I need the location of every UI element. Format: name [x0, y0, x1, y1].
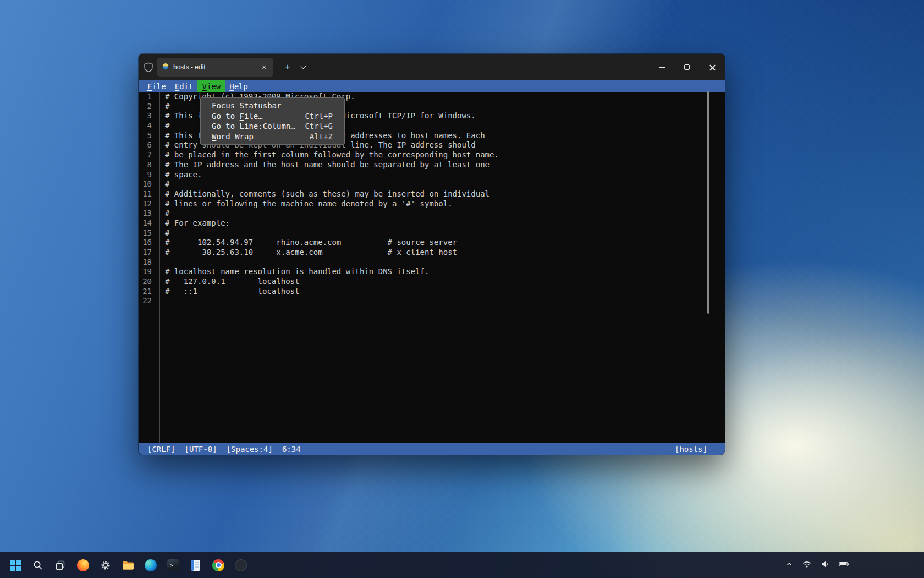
line-number: 5 — [139, 131, 152, 141]
view-menu-item[interactable]: Go to File… Ctrl+P — [201, 111, 344, 122]
firefox-icon — [77, 559, 89, 571]
battery-icon — [839, 560, 850, 569]
search-icon — [32, 560, 43, 571]
menu-item[interactable]: Help — [225, 80, 252, 92]
menu-shortcut: Ctrl+G — [305, 121, 333, 132]
editor-line: 9# space. — [139, 170, 725, 180]
line-number: 14 — [139, 219, 152, 228]
status-item[interactable]: [CRLF] — [147, 445, 175, 454]
tab-dropdown-button[interactable] — [296, 59, 310, 75]
file-explorer-button[interactable] — [119, 557, 137, 574]
editor-line: 13# — [139, 209, 725, 219]
taskbar — [0, 552, 924, 578]
line-text — [152, 296, 165, 306]
minimize-icon — [659, 67, 665, 68]
editor-line: 7# be placed in the first column followe… — [139, 150, 725, 160]
line-text: # Additionally, comments (such as these)… — [152, 189, 490, 199]
chevron-up-icon — [785, 560, 793, 568]
view-menu-item[interactable]: Word Wrap Alt+Z — [201, 132, 344, 142]
edge-button[interactable] — [142, 557, 160, 574]
tab-close-icon[interactable] — [259, 62, 269, 72]
window-titlebar: hosts - edit — [139, 54, 725, 80]
windows-logo-icon — [9, 559, 21, 571]
line-number: 15 — [139, 228, 152, 238]
line-text: # — [152, 209, 169, 219]
line-number: 6 — [139, 140, 152, 150]
chrome-button[interactable] — [210, 557, 227, 574]
status-bar: [CRLF][UTF-8][Spaces:4]6:34 [hosts] — [139, 443, 725, 455]
search-button[interactable] — [29, 557, 47, 574]
gutter-separator — [160, 92, 160, 443]
task-view-button[interactable] — [52, 557, 69, 574]
status-item[interactable]: 6:34 — [282, 445, 301, 454]
notepad-icon — [191, 559, 201, 571]
volume-button[interactable] — [821, 560, 829, 571]
view-menu-item[interactable]: Go to Line:Column… Ctrl+G — [201, 121, 344, 132]
editor-line: 10# — [139, 179, 725, 189]
editor-line: 18 — [139, 258, 725, 268]
battery-button[interactable] — [839, 560, 850, 571]
window-controls — [649, 54, 725, 80]
network-button[interactable] — [802, 560, 811, 571]
status-item[interactable]: [UTF-8] — [185, 445, 217, 454]
terminal-tab[interactable]: hosts - edit — [157, 58, 273, 77]
maximize-button[interactable] — [674, 54, 700, 80]
start-button[interactable] — [7, 557, 24, 574]
minimize-button[interactable] — [649, 54, 674, 80]
menu-item[interactable]: View — [197, 80, 225, 92]
line-number: 2 — [139, 102, 152, 112]
line-text: # 127.0.0.1 localhost — [152, 277, 299, 287]
system-tray — [785, 552, 850, 578]
line-number: 17 — [139, 248, 152, 258]
new-tab-button[interactable] — [280, 59, 295, 75]
line-number: 13 — [139, 209, 152, 219]
line-text: # localhost name resolution is handled w… — [152, 267, 429, 277]
menu-item[interactable]: File — [143, 80, 170, 92]
taskbar-icons — [7, 557, 250, 574]
line-number: 1 — [139, 92, 152, 102]
menu-bar: File Edit View Help — [139, 80, 725, 92]
admin-shield-icon — [144, 62, 153, 72]
notepad-button[interactable] — [187, 557, 205, 574]
line-number: 7 — [139, 150, 152, 160]
line-number: 8 — [139, 160, 152, 170]
scrollbar-thumb[interactable] — [707, 91, 710, 314]
edge-icon — [145, 559, 157, 571]
terminal-icon — [167, 559, 179, 571]
editor-line: 22 — [139, 296, 725, 306]
menu-item[interactable]: Edit — [170, 80, 198, 92]
gear-icon — [100, 560, 111, 571]
view-menu-dropdown: Focus Statusbar Go to File… Ctrl+P Go to… — [200, 97, 345, 145]
settings-button[interactable] — [97, 557, 114, 574]
status-item[interactable]: [Spaces:4] — [227, 445, 273, 454]
hidden-icons-button[interactable] — [785, 560, 793, 570]
line-number: 12 — [139, 199, 152, 209]
line-number: 10 — [139, 179, 152, 189]
editor-line: 15# — [139, 228, 725, 238]
line-text: # 102.54.94.97 rhino.acme.com # source s… — [152, 238, 457, 248]
app-button[interactable] — [232, 557, 250, 574]
line-text: # — [152, 102, 169, 112]
close-icon — [709, 64, 716, 71]
tab-title: hosts - edit — [173, 63, 255, 71]
maximize-icon — [684, 64, 690, 70]
line-number: 11 — [139, 189, 152, 199]
editor-line: 14# For example: — [139, 219, 725, 228]
close-button[interactable] — [700, 54, 725, 80]
tab-admin-shield-icon — [162, 63, 169, 72]
line-number: 19 — [139, 267, 152, 277]
line-number: 21 — [139, 287, 152, 297]
status-left: [CRLF][UTF-8][Spaces:4]6:34 — [147, 445, 310, 454]
chevron-down-icon — [300, 63, 306, 69]
terminal-button[interactable] — [164, 557, 182, 574]
editor-line: 20# 127.0.0.1 localhost — [139, 277, 725, 287]
line-number: 9 — [139, 170, 152, 180]
line-number: 20 — [139, 277, 152, 287]
editor-line: 21# ::1 localhost — [139, 287, 725, 297]
line-text — [152, 258, 165, 268]
view-menu-item[interactable]: Focus Statusbar — [201, 101, 344, 111]
firefox-button[interactable] — [74, 557, 92, 574]
line-text: # — [152, 228, 169, 238]
status-filename[interactable]: [hosts] — [675, 445, 707, 454]
editor-line: 12# lines or following the machine name … — [139, 199, 725, 209]
